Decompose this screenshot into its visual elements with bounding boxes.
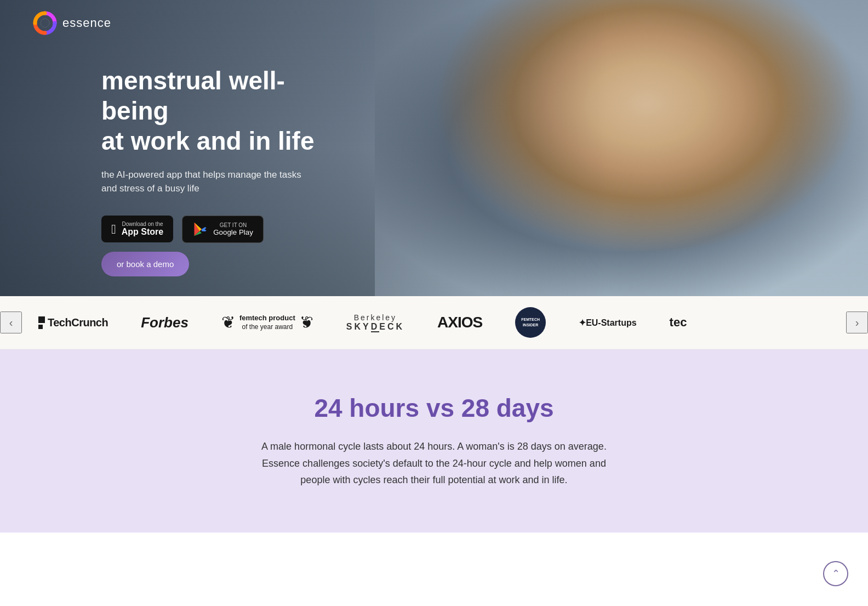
hero-buttons:  Download on the App Store [101, 216, 323, 276]
section-body: A male hormonal cycle lasts about 24 hou… [248, 438, 620, 489]
eu-startups-text: ✦EU-Startups [579, 318, 636, 328]
press-logo-eu-startups: ✦EU-Startups [579, 318, 636, 328]
press-logo-techcrunch: TechCrunch [38, 316, 108, 329]
app-store-text: Download on the App Store [122, 221, 163, 237]
forbes-text: Forbes [141, 314, 189, 331]
navbar: essence [0, 0, 868, 46]
logo-icon [33, 11, 57, 35]
apple-icon:  [111, 222, 116, 237]
press-logo-forbes: Forbes [141, 314, 189, 331]
hero-title: menstrual well-being at work and in life [101, 66, 323, 157]
press-next-button[interactable]: › [846, 312, 868, 333]
google-play-button[interactable]: GET IT ON Google Play [182, 216, 264, 243]
axios-text: AXIOS [437, 314, 482, 331]
press-bar: ‹ TechCrunch Forbes ❦ femtech product o [0, 296, 868, 349]
section-24-28: 24 hours vs 28 days A male hormonal cycl… [0, 349, 868, 533]
google-play-text: GET IT ON Google Play [213, 222, 253, 236]
brand-name: essence [62, 16, 111, 30]
logo[interactable]: essence [33, 11, 111, 35]
berkeley-text: Berkeley [346, 313, 404, 322]
femtech-insider-text: FEMTECHINSIDER [519, 315, 542, 330]
press-logo-femtech-award: ❦ femtech product of the year award ❦ [221, 314, 313, 331]
hero-section: essence menstrual well-being at work and… [0, 0, 868, 296]
app-store-button[interactable]:  Download on the App Store [101, 216, 173, 242]
press-prev-button[interactable]: ‹ [0, 312, 22, 333]
tec-text: tec [670, 315, 687, 330]
skydeck-text: SKYDECK [346, 322, 404, 332]
svg-point-1 [41, 19, 49, 27]
google-play-icon [192, 222, 208, 237]
section-title: 24 hours vs 28 days [33, 393, 835, 423]
press-logos: TechCrunch Forbes ❦ femtech product of t… [22, 307, 846, 338]
book-demo-button[interactable]: or book a demo [101, 252, 189, 276]
hero-subtitle: the AI-powered app that helps manage the… [101, 168, 310, 196]
press-logo-berkeley: Berkeley SKYDECK [346, 313, 404, 332]
laurel-right-icon: ❦ [300, 314, 313, 331]
press-logo-femtech-insider: FEMTECHINSIDER [515, 307, 546, 338]
press-logo-axios: AXIOS [437, 314, 482, 331]
press-logo-tec: tec [670, 315, 687, 330]
laurel-left-icon: ❦ [221, 314, 235, 331]
techcrunch-text: TechCrunch [48, 316, 108, 329]
